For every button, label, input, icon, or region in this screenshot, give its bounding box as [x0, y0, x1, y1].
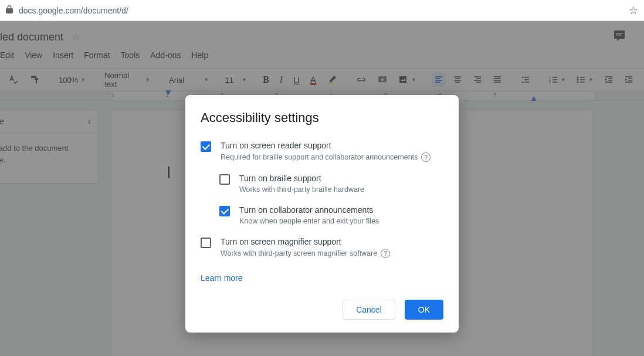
ok-button[interactable]: OK: [405, 300, 443, 320]
option-label: Turn on screen magnifier support: [221, 237, 390, 246]
help-icon[interactable]: ?: [381, 249, 390, 258]
dialog-title: Accessibility settings: [201, 110, 443, 126]
option-label: Turn on braille support: [239, 174, 364, 183]
browser-url-bar: docs.google.com/document/d/ ☆: [0, 0, 644, 21]
url-text[interactable]: docs.google.com/document/d/: [19, 6, 128, 15]
option-braille: Turn on braille support Works with third…: [219, 174, 443, 194]
option-collaborator: Turn on collaborator announcements Know …: [219, 205, 443, 225]
accessibility-settings-dialog: Accessibility settings Turn on screen re…: [185, 95, 459, 333]
checkbox-magnifier[interactable]: [201, 238, 211, 248]
option-magnifier: Turn on screen magnifier support Works w…: [201, 237, 443, 258]
option-desc: Works with third-party screen magnifier …: [221, 249, 377, 257]
option-label: Turn on screen reader support: [221, 141, 431, 150]
option-screen-reader: Turn on screen reader support Required f…: [201, 141, 443, 162]
checkbox-screen-reader[interactable]: [201, 141, 211, 152]
option-desc: Required for braille support and collabo…: [221, 153, 418, 161]
lock-icon: [6, 5, 13, 15]
option-label: Turn on collaborator announcements: [239, 205, 379, 215]
help-icon[interactable]: ?: [421, 152, 431, 162]
option-desc: Know when people enter and exit your fil…: [239, 217, 379, 225]
cancel-button[interactable]: Cancel: [343, 300, 395, 320]
checkbox-braille[interactable]: [219, 174, 230, 185]
checkbox-collaborator[interactable]: [219, 206, 230, 216]
modal-overlay: Accessibility settings Turn on screen re…: [0, 21, 644, 356]
option-desc: Works with third-party braille hardware: [239, 185, 364, 194]
star-icon[interactable]: ☆: [629, 4, 638, 17]
learn-more-link[interactable]: Learn more: [201, 273, 243, 283]
